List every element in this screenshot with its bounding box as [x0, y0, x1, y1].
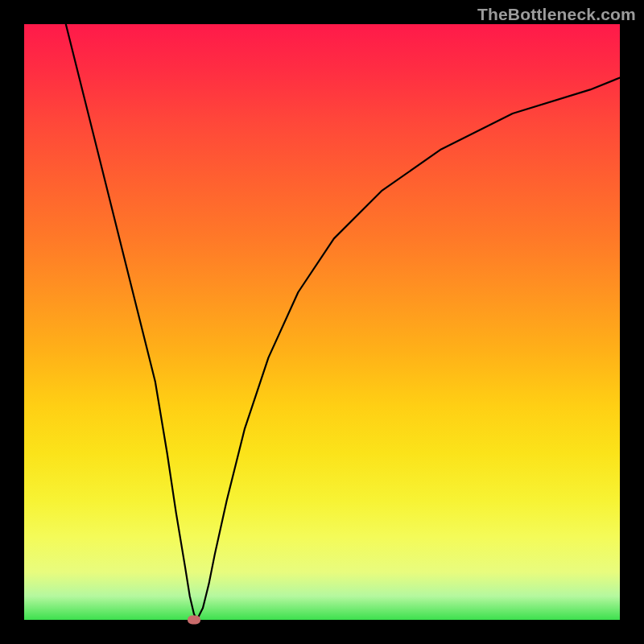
curve-svg [24, 24, 620, 620]
chart-frame: TheBottleneck.com [0, 0, 644, 644]
bottleneck-curve [66, 24, 620, 620]
plot-area [24, 24, 620, 620]
minimum-marker [188, 616, 200, 625]
watermark-text: TheBottleneck.com [477, 5, 636, 24]
